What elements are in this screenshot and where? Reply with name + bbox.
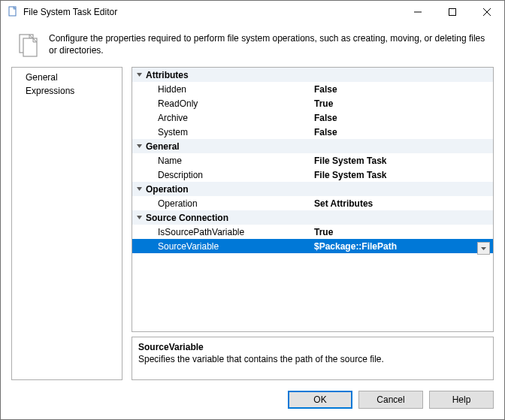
expand-icon[interactable]: [132, 71, 144, 80]
sidebar: General Expressions: [11, 67, 122, 380]
category-label: Source Connection: [144, 213, 310, 223]
prop-value[interactable]: File System Task: [310, 170, 493, 180]
prop-label: Name: [144, 156, 310, 166]
prop-label: IsSourcePathVariable: [144, 227, 310, 237]
expand-icon[interactable]: [132, 185, 144, 194]
prop-label: System: [144, 127, 310, 137]
description-pane: SourceVariable Specifies the variable th…: [132, 337, 494, 380]
property-grid: Attributes Hidden False ReadOnly True: [132, 67, 494, 332]
category-general[interactable]: General: [132, 139, 493, 153]
prop-value-text: $Package::FilePath: [314, 241, 397, 252]
cancel-button[interactable]: Cancel: [358, 391, 423, 409]
prop-readonly[interactable]: ReadOnly True: [132, 96, 493, 110]
category-label: General: [144, 141, 310, 152]
titlebar: File System Task Editor: [1, 1, 504, 23]
prop-name[interactable]: Name File System Task: [132, 153, 493, 168]
prop-value[interactable]: False: [310, 113, 493, 123]
prop-label: Description: [144, 170, 310, 180]
prop-operation[interactable]: Operation Set Attributes: [132, 196, 493, 210]
task-icon: [16, 32, 41, 58]
intro-section: Configure the properties required to per…: [1, 23, 504, 67]
description-title: SourceVariable: [138, 342, 487, 352]
prop-value[interactable]: True: [310, 98, 493, 109]
sidebar-item-general[interactable]: General: [12, 71, 122, 84]
window-buttons: [401, 1, 504, 23]
prop-value[interactable]: Set Attributes: [310, 198, 493, 209]
minimize-button[interactable]: [401, 1, 435, 23]
description-text: Specifies the variable that contains the…: [138, 354, 487, 364]
prop-label: Operation: [144, 198, 310, 209]
prop-issourcepathvariable[interactable]: IsSourcePathVariable True: [132, 225, 493, 239]
category-label: Operation: [144, 184, 310, 195]
intro-text: Configure the properties required to per…: [49, 31, 492, 56]
sidebar-item-expressions[interactable]: Expressions: [12, 84, 122, 98]
prop-archive[interactable]: Archive False: [132, 110, 493, 125]
dialog-window: File System Task Editor Configure the pr…: [0, 0, 505, 420]
category-operation[interactable]: Operation: [132, 182, 493, 196]
ok-button[interactable]: OK: [288, 391, 352, 409]
prop-value[interactable]: False: [310, 84, 493, 95]
dropdown-button[interactable]: [477, 242, 490, 255]
prop-label: ReadOnly: [144, 98, 310, 109]
app-icon: [7, 6, 19, 18]
prop-label: Archive: [144, 113, 310, 123]
property-rows: Attributes Hidden False ReadOnly True: [132, 68, 493, 331]
prop-label: Hidden: [144, 84, 310, 95]
dialog-footer: OK Cancel Help: [1, 380, 504, 419]
category-label: Attributes: [144, 70, 310, 80]
prop-hidden[interactable]: Hidden False: [132, 82, 493, 96]
prop-sourcevariable[interactable]: SourceVariable $Package::FilePath: [132, 239, 493, 253]
prop-description[interactable]: Description File System Task: [132, 168, 493, 182]
window-title: File System Task Editor: [23, 7, 401, 17]
maximize-button[interactable]: [435, 1, 470, 23]
category-attributes[interactable]: Attributes: [132, 68, 493, 82]
prop-value[interactable]: False: [310, 127, 493, 137]
expand-icon[interactable]: [132, 142, 144, 151]
category-source-connection[interactable]: Source Connection: [132, 210, 493, 225]
prop-value[interactable]: True: [310, 227, 493, 237]
prop-value[interactable]: File System Task: [310, 156, 493, 166]
dialog-body: General Expressions Attributes Hidden: [1, 67, 504, 380]
help-button[interactable]: Help: [429, 391, 494, 409]
prop-label: SourceVariable: [144, 241, 310, 252]
prop-system[interactable]: System False: [132, 125, 493, 139]
svg-rect-2: [449, 9, 456, 16]
main-panel: Attributes Hidden False ReadOnly True: [132, 67, 494, 380]
expand-icon[interactable]: [132, 213, 144, 222]
prop-value[interactable]: $Package::FilePath: [310, 241, 493, 252]
close-button[interactable]: [470, 1, 504, 23]
